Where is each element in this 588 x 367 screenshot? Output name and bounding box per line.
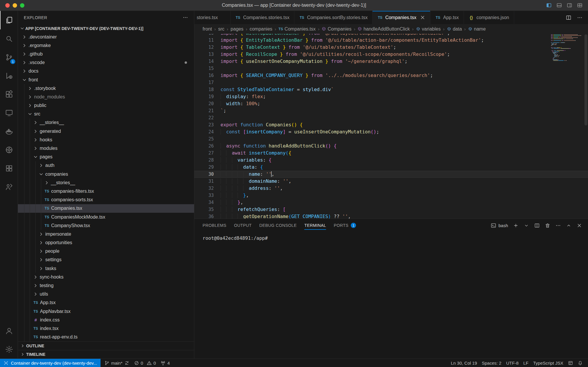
close-icon[interactable] (420, 15, 425, 20)
code-line-18[interactable]: 18const StyledTableContainer = styled.di… (194, 86, 588, 93)
indentation-indicator[interactable]: Spaces: 2 (480, 359, 504, 367)
code-line-35[interactable]: 35 refetchQueries: [ (194, 206, 588, 213)
panel-tab-problems[interactable]: PROBLEMS (203, 219, 226, 232)
code-line-17[interactable]: 17 (194, 79, 588, 86)
layout-sidebar-left-icon[interactable] (546, 2, 552, 8)
code-line-23[interactable]: 23export function Companies() { (194, 121, 588, 128)
activity-item-search[interactable] (0, 29, 18, 48)
tab-Companies.tsx[interactable]: TSCompanies.tsx (372, 11, 430, 24)
activity-item-run-debug[interactable] (0, 66, 18, 85)
tab-App.tsx[interactable]: TSApp.tsx (430, 11, 464, 24)
breadcrumb-item-data[interactable]: data (447, 26, 462, 32)
language-mode[interactable]: TypeScript JSX (531, 359, 566, 367)
tree-item-__stories__[interactable]: __stories__ (18, 118, 194, 127)
panel-tab-terminal[interactable]: TERMINAL (304, 219, 326, 232)
problems-indicator[interactable]: 0 0 (132, 359, 158, 367)
tree-item-Companies.tsx[interactable]: TSCompanies.tsx (18, 204, 194, 213)
code-line-13[interactable]: 13import { RecoilScope } from '@/ui/util… (194, 51, 588, 58)
activity-item-explorer[interactable] (0, 11, 18, 29)
code-line-30[interactable]: 30 name: '', (194, 171, 588, 178)
git-branch-indicator[interactable]: main* (102, 359, 131, 367)
code-line-11[interactable]: 11import { EntityTableActionBar } from '… (194, 37, 588, 44)
breadcrumb-item-src[interactable]: src (218, 26, 224, 32)
panel-tab-output[interactable]: OUTPUT (234, 219, 252, 232)
tree-item-index.css[interactable]: #index.css (18, 316, 194, 324)
code-line-16[interactable]: 16import { SEARCH_COMPANY_QUERY } from '… (194, 72, 588, 79)
code-line-28[interactable]: 28 variables: { (194, 157, 588, 164)
code-line-25[interactable]: 25 (194, 135, 588, 143)
tree-item-.devcontainer[interactable]: .devcontainer (18, 33, 194, 41)
tree-item-testing[interactable]: testing (18, 281, 194, 290)
panel-tab-debug-console[interactable]: DEBUG CONSOLE (259, 219, 297, 232)
activity-item-live-share[interactable] (0, 177, 18, 196)
tree-item-generated[interactable]: generated (18, 127, 194, 135)
layout-indicator[interactable] (566, 359, 575, 367)
layout-grid-icon[interactable] (577, 2, 583, 8)
tree-item-settings[interactable]: settings (18, 256, 194, 264)
code-line-14[interactable]: 14import { useInsertOneCompanyMutation }… (194, 58, 588, 65)
code-line-32[interactable]: 32 address: '', (194, 185, 588, 192)
tree-item-docs[interactable]: docs (18, 67, 194, 76)
tree-item-CompaniesMockMode.tsx[interactable]: TSCompaniesMockMode.tsx (18, 213, 194, 221)
code-line-27[interactable]: 27 await insertCompany({ (194, 150, 588, 157)
tree-item-public[interactable]: public (18, 101, 194, 110)
activity-item-test-explorer[interactable] (0, 159, 18, 177)
more-actions-icon[interactable] (577, 15, 583, 21)
breadcrumb-item-Companies.tsx[interactable]: TSCompanies.tsx (278, 26, 315, 32)
tree-item-node_modules[interactable]: node_modules (18, 93, 194, 101)
tree-item-sync-hooks[interactable]: sync-hooks (18, 273, 194, 281)
tree-item-auth[interactable]: auth (18, 161, 194, 170)
breadcrumb-item-companies[interactable]: companies (250, 26, 272, 32)
code-line-34[interactable]: 34 }, (194, 199, 588, 206)
tree-item-__stories__[interactable]: __stories__ (18, 178, 194, 187)
code-line-26[interactable]: 26 async function handleAddButtonClick()… (194, 143, 588, 150)
code-line-19[interactable]: 19 display: flex; (194, 93, 588, 100)
tree-item-tasks[interactable]: tasks (18, 264, 194, 273)
tree-item-.storybook[interactable]: .storybook (18, 84, 194, 93)
close-window-button[interactable] (5, 3, 10, 8)
explorer-more-actions-icon[interactable] (183, 15, 188, 20)
tree-item-App.tsx[interactable]: TSApp.tsx (18, 299, 194, 307)
breadcrumb-item-handleAddButtonClick[interactable]: handleAddButtonClick (358, 26, 410, 32)
tree-item-companies[interactable]: companies (18, 170, 194, 178)
cursor-position[interactable]: Ln 30, Col 19 (448, 359, 479, 367)
tree-item-hooks[interactable]: hooks (18, 135, 194, 144)
kill-terminal-icon[interactable] (545, 223, 550, 228)
layout-sidebar-right-icon[interactable] (567, 2, 572, 8)
tree-item-AppNavbar.tsx[interactable]: TSAppNavbar.tsx (18, 307, 194, 316)
tree-item-react-app-env.d.ts[interactable]: TSreact-app-env.d.ts (18, 333, 194, 341)
code-line-31[interactable]: 31 domainName: '', (194, 178, 588, 185)
more-actions-icon[interactable] (555, 223, 561, 228)
activity-item-extensions[interactable] (0, 85, 18, 103)
activity-item-kubernetes[interactable] (0, 140, 18, 159)
activity-item-source-control[interactable]: 1 (0, 48, 18, 66)
panel-tab-ports[interactable]: PORTS1 (334, 219, 356, 232)
code-line-36[interactable]: 36 getOperationName(GET_COMPANIES) ?? ''… (194, 213, 588, 219)
code-line-10[interactable]: 10import { WithTopBarContainer } from '@… (194, 34, 588, 37)
tree-item-people[interactable]: people (18, 247, 194, 256)
encoding-indicator[interactable]: UTF-8 (504, 359, 521, 367)
tree-item-.vscode[interactable]: .vscode (18, 58, 194, 67)
breadcrumb-item-front[interactable]: front (203, 26, 212, 32)
zoom-window-button[interactable] (20, 3, 24, 8)
tree-item-front[interactable]: front (18, 76, 194, 84)
layout-panel-icon[interactable] (556, 2, 562, 8)
code-line-21[interactable]: 21`; (194, 107, 588, 114)
tab-stories.tsx[interactable]: stories.tsx (194, 11, 230, 24)
activity-item-account[interactable] (0, 321, 18, 340)
launch-profile-dropdown-icon[interactable] (524, 223, 529, 228)
shell-selector[interactable]: bash (491, 223, 508, 228)
split-editor-icon[interactable] (566, 15, 572, 21)
new-terminal-icon[interactable] (513, 223, 519, 228)
remote-indicator[interactable]: Container dev-twenty-dev (dev-twenty-dev… (0, 359, 101, 367)
tab-Companies.sortBy.stories.tsx[interactable]: TSCompanies.sortBy.stories.tsx (294, 11, 372, 24)
close-panel-icon[interactable] (577, 223, 582, 228)
tree-item-opportunities[interactable]: opportunities (18, 239, 194, 247)
tree-item-companies-filters.tsx[interactable]: TScompanies-filters.tsx (18, 187, 194, 195)
code-line-24[interactable]: 24 const [insertCompany] = useInsertOneC… (194, 128, 588, 135)
tab-companies.json[interactable]: {}companies.json (464, 11, 514, 24)
tree-item-index.tsx[interactable]: TSindex.tsx (18, 324, 194, 333)
outline-section[interactable]: OUTLINE (18, 341, 194, 350)
minimap[interactable] (551, 34, 584, 61)
tree-item-companies-sorts.tsx[interactable]: TScompanies-sorts.tsx (18, 196, 194, 204)
